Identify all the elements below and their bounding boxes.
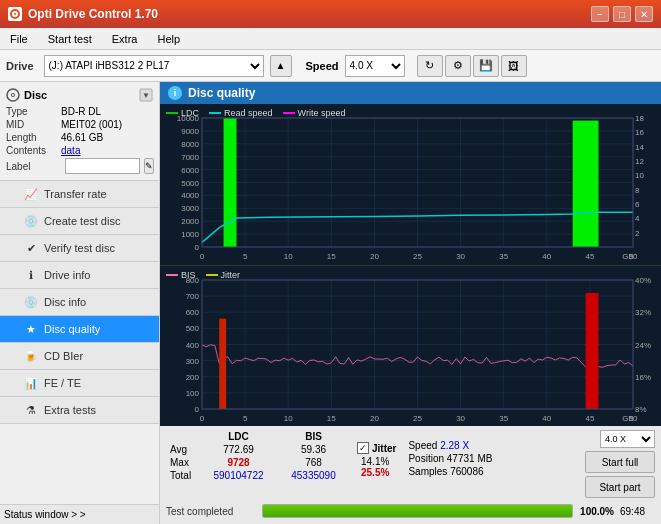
disc-panel: Disc ▼ Type BD-R DL MID MEIT02 (001) Len… [0, 82, 159, 181]
disc-header: Disc ▼ [6, 88, 153, 102]
drive-select[interactable]: (J:) ATAPI iHBS312 2 PL17 [44, 55, 264, 77]
menu-start-test[interactable]: Start test [42, 31, 98, 47]
nav-extra-tests[interactable]: ⚗ Extra tests [0, 397, 159, 424]
speed-label: Speed [408, 440, 440, 451]
jitter-checkbox[interactable]: ✓ [357, 442, 369, 454]
menu-extra[interactable]: Extra [106, 31, 144, 47]
stats-max-label: Max [166, 456, 201, 469]
jitter-section: ✓ Jitter 14.1% 25.5% [357, 442, 396, 478]
bottom-legend: BIS Jitter [160, 268, 246, 282]
progress-percent: 100.0% [579, 506, 614, 517]
legend-read-speed-color [209, 112, 221, 114]
speed-position-section: Speed 2.28 X Position 47731 MB Samples 7… [408, 440, 492, 477]
disc-contents-row: Contents data [6, 145, 153, 156]
save-icon-btn[interactable]: 💾 [473, 55, 499, 77]
drive-label: Drive [6, 60, 34, 72]
progress-bar-container [262, 504, 573, 518]
image-icon-btn[interactable]: 🖼 [501, 55, 527, 77]
nav-disc-info-label: Disc info [44, 296, 86, 308]
nav-transfer-rate[interactable]: 📈 Transfer rate [0, 181, 159, 208]
stat-speed-select[interactable]: 4.0 X 2.0 X 8.0 X [600, 430, 655, 448]
drive-info-icon: ℹ [24, 268, 38, 282]
nav-drive-info[interactable]: ℹ Drive info [0, 262, 159, 289]
refresh-icon-btn[interactable]: ↻ [417, 55, 443, 77]
position-row: Position 47731 MB [408, 453, 492, 464]
menu-file[interactable]: File [4, 31, 34, 47]
cd-bier-icon: 🍺 [24, 349, 38, 363]
stats-max-bis: 768 [276, 456, 351, 469]
status-window-btn[interactable]: Status window > > [0, 504, 159, 524]
disc-type-row: Type BD-R DL [6, 106, 153, 117]
status-completed: Test completed [166, 506, 256, 517]
legend-ldc: LDC [166, 108, 199, 118]
disc-quality-icon-header: i [168, 86, 182, 100]
legend-bis-label: BIS [181, 270, 196, 280]
nav-create-test-disc[interactable]: 💿 Create test disc [0, 208, 159, 235]
disc-mid-label: MID [6, 119, 61, 130]
menu-help[interactable]: Help [151, 31, 186, 47]
nav-section: 📈 Transfer rate 💿 Create test disc ✔ Ver… [0, 181, 159, 504]
start-part-button[interactable]: Start part [585, 476, 655, 498]
content-area: i Disc quality LDC Read speed [160, 82, 661, 524]
start-full-button[interactable]: Start full [585, 451, 655, 473]
main-area: Disc ▼ Type BD-R DL MID MEIT02 (001) Len… [0, 82, 661, 524]
nav-drive-info-label: Drive info [44, 269, 90, 281]
disc-options-icon[interactable]: ▼ [139, 88, 153, 102]
disc-contents-value[interactable]: data [61, 145, 80, 156]
stats-total-row: Total 590104722 45335090 [166, 469, 351, 482]
samples-row: Samples 760086 [408, 466, 492, 477]
disc-header-icon [6, 88, 20, 102]
speed-select[interactable]: 4.0 X 1.0 X 2.0 X 8.0 X [345, 55, 405, 77]
svg-point-5 [12, 94, 14, 96]
bottom-chart: BIS Jitter [160, 266, 661, 427]
legend-jitter-color [206, 274, 218, 276]
legend-jitter-label: Jitter [221, 270, 241, 280]
config-icon-btn[interactable]: ⚙ [445, 55, 471, 77]
nav-cd-bier-label: CD BIer [44, 350, 83, 362]
nav-disc-quality-label: Disc quality [44, 323, 100, 335]
right-controls: 4.0 X 2.0 X 8.0 X Start full Start part [585, 430, 655, 498]
disc-panel-title: Disc [24, 89, 47, 101]
sidebar: Disc ▼ Type BD-R DL MID MEIT02 (001) Len… [0, 82, 160, 524]
app-icon [8, 7, 22, 21]
nav-disc-info[interactable]: 💿 Disc info [0, 289, 159, 316]
stats-row: LDC BIS Avg 772.69 59.36 Max 9728 [166, 430, 655, 498]
maximize-button[interactable]: □ [613, 6, 631, 22]
legend-read-speed: Read speed [209, 108, 273, 118]
disc-quality-title: Disc quality [188, 86, 255, 100]
drive-bar: Drive (J:) ATAPI iHBS312 2 PL17 ▲ Speed … [0, 50, 661, 82]
nav-cd-bier[interactable]: 🍺 CD BIer [0, 343, 159, 370]
disc-label-btn[interactable]: ✎ [144, 158, 154, 174]
stats-col-empty [166, 430, 201, 443]
stats-avg-row: Avg 772.69 59.36 [166, 443, 351, 456]
nav-verify-test-disc[interactable]: ✔ Verify test disc [0, 235, 159, 262]
stats-total-label: Total [166, 469, 201, 482]
position-value: 47731 MB [447, 453, 493, 464]
minimize-button[interactable]: − [591, 6, 609, 22]
nav-disc-quality[interactable]: ★ Disc quality [0, 316, 159, 343]
disc-label-row: Label ✎ [6, 158, 153, 174]
speed-label: Speed [306, 60, 339, 72]
eject-button[interactable]: ▲ [270, 55, 292, 77]
jitter-header: ✓ Jitter [357, 442, 396, 454]
position-label: Position [408, 453, 446, 464]
nav-extra-tests-label: Extra tests [44, 404, 96, 416]
top-chart: LDC Read speed Write speed [160, 104, 661, 266]
stats-panel: LDC BIS Avg 772.69 59.36 Max 9728 [160, 426, 661, 524]
disc-type-value: BD-R DL [61, 106, 101, 117]
nav-verify-test-disc-label: Verify test disc [44, 242, 115, 254]
stats-max-row: Max 9728 768 [166, 456, 351, 469]
stats-avg-ldc: 772.69 [201, 443, 276, 456]
stats-avg-label: Avg [166, 443, 201, 456]
status-window-label: Status window > > [4, 509, 86, 520]
progress-bar-fill [263, 505, 572, 517]
verify-test-disc-icon: ✔ [24, 241, 38, 255]
disc-label-input[interactable] [65, 158, 140, 174]
nav-fe-te[interactable]: 📊 FE / TE [0, 370, 159, 397]
window-controls: − □ ✕ [591, 6, 653, 22]
samples-value: 760086 [450, 466, 483, 477]
close-button[interactable]: ✕ [635, 6, 653, 22]
legend-jitter: Jitter [206, 270, 241, 280]
svg-point-2 [14, 13, 16, 15]
legend-write-speed: Write speed [283, 108, 346, 118]
